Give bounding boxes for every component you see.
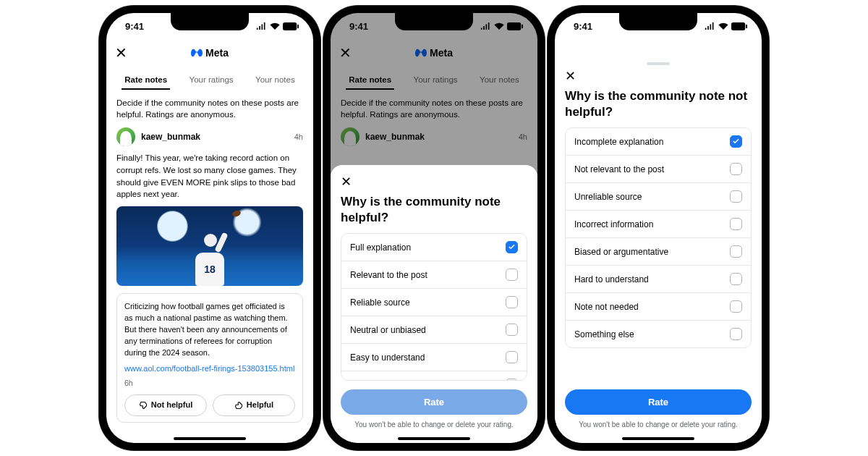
- checkbox[interactable]: [506, 324, 518, 336]
- checkbox[interactable]: [730, 273, 742, 285]
- phone-not-helpful-sheet: 9:41 ✕ Why is the community note not hel…: [555, 13, 762, 443]
- status-time: 9:41: [574, 21, 592, 32]
- svg-rect-5: [746, 24, 747, 28]
- rate-footnote: You won't be able to change or delete yo…: [341, 421, 527, 428]
- option-label: Relevant to the post: [350, 270, 427, 280]
- option-label: Neutral or unbiased: [350, 325, 426, 335]
- wifi-icon: [270, 22, 280, 30]
- instructions: Decide if the community notes on these p…: [116, 97, 303, 120]
- battery-icon: [283, 22, 299, 30]
- content-scroll[interactable]: Decide if the community notes on these p…: [106, 90, 313, 443]
- option-row[interactable]: Reliable source: [341, 288, 527, 316]
- options-list: Full explanationRelevant to the postReli…: [341, 233, 527, 381]
- rate-footnote: You won't be able to change or delete yo…: [565, 421, 752, 428]
- option-row[interactable]: Incomplete explanation: [566, 128, 751, 155]
- username[interactable]: kaew_bunmak: [141, 132, 200, 142]
- checkbox[interactable]: [730, 190, 742, 203]
- sheet-grabber[interactable]: [647, 62, 670, 65]
- tab-your-ratings[interactable]: Your ratings: [187, 71, 237, 90]
- note-time: 6h: [124, 378, 295, 389]
- spacer: [555, 39, 762, 55]
- home-indicator[interactable]: [398, 437, 470, 440]
- jersey-number: 18: [195, 253, 224, 286]
- option-label: Reliable source: [350, 297, 410, 308]
- option-row[interactable]: Hard to understand: [566, 265, 751, 292]
- sheet-close-icon[interactable]: ✕: [341, 174, 352, 190]
- community-note: Criticizing how football games get offic…: [116, 293, 303, 423]
- option-row[interactable]: Something else: [341, 371, 527, 381]
- home-indicator[interactable]: [174, 437, 246, 440]
- close-icon[interactable]: ✕: [115, 44, 127, 62]
- avatar[interactable]: [116, 127, 135, 146]
- checkbox[interactable]: [730, 135, 742, 148]
- svg-rect-0: [283, 22, 297, 30]
- option-row[interactable]: Neutral or unbiased: [341, 316, 527, 343]
- phone-notch: [171, 13, 249, 30]
- option-row[interactable]: Something else: [566, 320, 751, 347]
- option-row[interactable]: Full explanation: [341, 234, 527, 261]
- checkbox[interactable]: [506, 269, 518, 281]
- post-time: 4h: [294, 132, 303, 141]
- checkbox[interactable]: [730, 328, 742, 340]
- phone-helpful-sheet: 9:41 ✕ Meta Rate notes Your ratings Your…: [331, 13, 537, 443]
- checkbox[interactable]: [506, 241, 518, 253]
- status-signals: [705, 22, 747, 30]
- option-label: Easy to understand: [350, 352, 425, 363]
- svg-rect-1: [297, 24, 299, 28]
- not-helpful-sheet: ✕ Why is the community note not helpful?…: [555, 54, 762, 443]
- checkbox[interactable]: [506, 351, 518, 363]
- rate-button[interactable]: Rate: [341, 389, 527, 415]
- options-list: Incomplete explanationNot relevant to th…: [565, 127, 752, 348]
- option-label: Hard to understand: [574, 274, 649, 284]
- wifi-icon: [718, 22, 728, 30]
- post-image[interactable]: 18: [116, 206, 303, 286]
- meta-logo-icon: [191, 47, 203, 59]
- checkbox[interactable]: [730, 163, 742, 175]
- phone-notch: [619, 13, 697, 30]
- option-row[interactable]: Easy to understand: [341, 343, 527, 371]
- helpful-sheet: ✕ Why is the community note helpful? Ful…: [331, 165, 537, 443]
- option-row[interactable]: Note not needed: [566, 292, 751, 320]
- checkbox[interactable]: [506, 296, 518, 308]
- checkbox[interactable]: [730, 245, 742, 258]
- option-label: Full explanation: [350, 242, 411, 253]
- sheet-title: Why is the community note not helpful?: [565, 88, 752, 120]
- option-label: Incomplete explanation: [574, 137, 663, 147]
- svg-rect-4: [731, 22, 745, 30]
- option-label: Biased or argumentative: [574, 247, 668, 257]
- note-link[interactable]: www.aol.com/football-ref-firings-1538031…: [124, 363, 295, 375]
- helpful-button[interactable]: Helpful: [213, 394, 295, 416]
- option-label: Note not needed: [574, 302, 639, 312]
- option-label: Something else: [574, 329, 634, 339]
- option-row[interactable]: Unreliable source: [566, 182, 751, 210]
- not-helpful-button[interactable]: Not helpful: [124, 394, 207, 416]
- option-label: Incorrect information: [574, 219, 653, 229]
- option-row[interactable]: Relevant to the post: [341, 261, 527, 288]
- sheet-footer: Rate You won't be able to change or dele…: [565, 381, 752, 443]
- checkbox[interactable]: [730, 218, 742, 230]
- phone-rate-notes: 9:41 ✕ Meta Rate notes Your ratings Your…: [106, 13, 313, 443]
- signal-icon: [705, 22, 715, 30]
- option-label: Not relevant to the post: [574, 164, 664, 174]
- option-row[interactable]: Biased or argumentative: [566, 237, 751, 265]
- brand-text: Meta: [205, 47, 229, 59]
- status-time: 9:41: [125, 21, 144, 32]
- option-label: Unreliable source: [574, 192, 642, 202]
- option-row[interactable]: Incorrect information: [566, 210, 751, 237]
- note-actions: Not helpful Helpful: [124, 394, 295, 416]
- top-bar: ✕ Meta: [106, 39, 313, 67]
- thumbs-down-icon: [139, 401, 148, 410]
- tab-rate-notes[interactable]: Rate notes: [122, 71, 170, 90]
- sheet-title: Why is the community note helpful?: [341, 194, 527, 226]
- thumbs-up-icon: [234, 401, 243, 410]
- option-row[interactable]: Not relevant to the post: [566, 155, 751, 182]
- tab-your-notes[interactable]: Your notes: [252, 71, 298, 90]
- rate-button[interactable]: Rate: [565, 389, 752, 415]
- sheet-close-icon[interactable]: ✕: [565, 68, 576, 84]
- tabs: Rate notes Your ratings Your notes: [106, 67, 313, 90]
- checkbox[interactable]: [730, 300, 742, 313]
- status-signals: [256, 22, 299, 30]
- home-indicator[interactable]: [622, 437, 694, 440]
- note-text: Criticizing how football games get offic…: [124, 301, 295, 359]
- post-body: Finally! This year, we're taking record …: [116, 152, 303, 200]
